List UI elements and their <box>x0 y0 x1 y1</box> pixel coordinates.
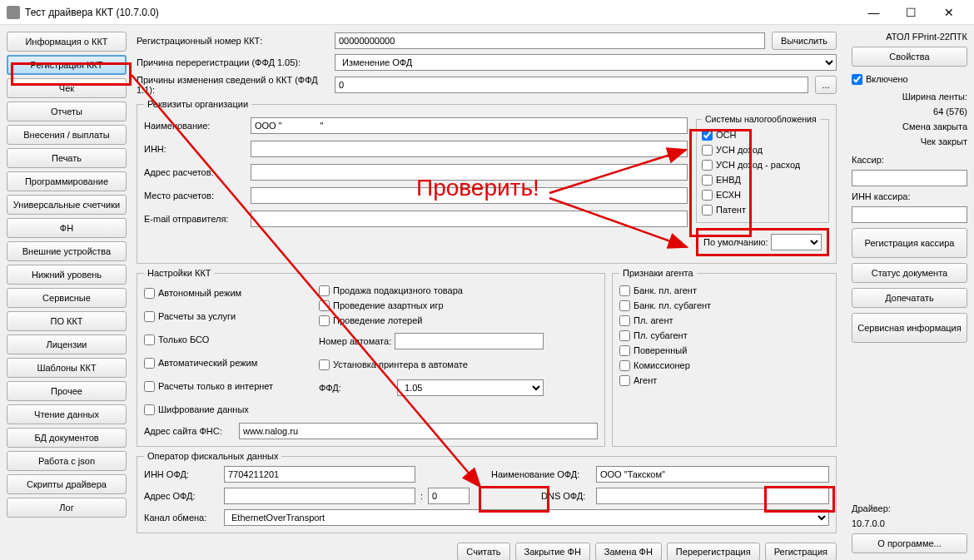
ofd-name-label: Наименование ОФД: <box>491 469 591 479</box>
calculate-button[interactable]: Вычислить <box>772 32 837 50</box>
default-tax-select[interactable] <box>771 234 822 250</box>
props-button[interactable]: Свойства <box>852 47 967 67</box>
kkt2-check-1[interactable] <box>319 300 330 311</box>
about-button[interactable]: О программе... <box>852 533 967 553</box>
kkt1-check-2[interactable] <box>144 335 155 345</box>
kkt1-label-0: Автономный режим <box>158 288 241 298</box>
ofd-fieldset: Оператор фискальных данных ИНН ОФД: Наим… <box>137 451 837 533</box>
agent-label-1: Банк. пл. субагент <box>634 300 711 310</box>
fns-input[interactable] <box>239 423 598 439</box>
ofd-addr-input[interactable] <box>224 488 415 504</box>
ffd-label: ФФД: <box>319 383 394 393</box>
kkt1-label-1: Расчеты за услуги <box>158 311 236 321</box>
close-button[interactable]: ✕ <box>930 1 967 24</box>
ofd-dns-input[interactable] <box>596 488 829 504</box>
kkt1-check-5[interactable] <box>144 404 155 415</box>
nav-Печать[interactable]: Печать <box>7 148 127 168</box>
reasons11-input[interactable] <box>335 77 808 93</box>
nav-Программирование[interactable]: Программирование <box>7 171 127 191</box>
nav-Информация о ККТ[interactable]: Информация о ККТ <box>7 32 127 52</box>
nav-ФН[interactable]: ФН <box>7 218 127 238</box>
tax-check-2[interactable] <box>702 160 713 171</box>
nav-Чтение данных[interactable]: Чтение данных <box>7 404 127 424</box>
enabled-checkbox[interactable] <box>852 74 862 85</box>
kkt2-check-2[interactable] <box>319 315 330 326</box>
org-inn-label: ИНН: <box>144 144 244 154</box>
ffd-select[interactable]: 1.05 <box>397 379 544 396</box>
auto-num-input[interactable] <box>395 333 544 349</box>
agent-check-4[interactable] <box>619 345 630 356</box>
agent-check-0[interactable] <box>619 285 630 296</box>
agent-check-6[interactable] <box>619 375 630 386</box>
default-tax-box: По умолчанию: <box>696 228 829 256</box>
close-fn-button[interactable]: Закрытие ФН <box>515 543 590 560</box>
reg-cashier-button[interactable]: Регистрация кассира <box>852 228 967 258</box>
ofd-chan-label: Канал обмена: <box>144 513 219 523</box>
agent-check-1[interactable] <box>619 300 630 311</box>
kkt1-check-4[interactable] <box>144 381 155 392</box>
nav-Работа с json[interactable]: Работа с json <box>7 451 127 471</box>
agent-check-5[interactable] <box>619 360 630 371</box>
ofd-name-input[interactable] <box>596 466 829 483</box>
nav-Лицензии[interactable]: Лицензии <box>7 335 127 354</box>
nav-Регистрация ККТ[interactable]: Регистрация ККТ <box>7 55 127 75</box>
read-button[interactable]: Считать <box>457 543 509 560</box>
printer-auto-checkbox[interactable] <box>319 359 330 370</box>
cashier-inn-input[interactable] <box>852 206 967 223</box>
reprint-button[interactable]: Допечатать <box>852 288 967 308</box>
org-place-label: Место расчетов: <box>144 191 244 201</box>
org-name-input[interactable] <box>251 117 688 134</box>
nav-Универсальные счетчики[interactable]: Универсальные счетчики <box>7 195 127 215</box>
minimize-button[interactable]: — <box>855 1 892 24</box>
agent-label-5: Комиссионер <box>634 360 690 370</box>
kkt2-check-0[interactable] <box>319 285 330 296</box>
org-inn-input[interactable] <box>251 141 688 157</box>
nav-Внесения / выплаты[interactable]: Внесения / выплаты <box>7 125 127 145</box>
nav-Скрипты драйвера[interactable]: Скрипты драйвера <box>7 474 127 494</box>
agent-label-4: Поверенный <box>634 345 687 355</box>
reg-button[interactable]: Регистрация <box>765 543 837 560</box>
rereg-button[interactable]: Перерегистрация <box>667 543 760 560</box>
nav-Чек[interactable]: Чек <box>7 78 127 98</box>
nav-Нижний уровень[interactable]: Нижний уровень <box>7 265 127 285</box>
ofd-inn-input[interactable] <box>224 466 415 483</box>
nav-Отчеты[interactable]: Отчеты <box>7 102 127 121</box>
ofd-port-input[interactable] <box>428 488 470 504</box>
org-email-input[interactable] <box>251 211 688 227</box>
tax-check-1[interactable] <box>702 145 713 156</box>
title-bar: Тест драйвера ККТ (10.7.0.0) — ☐ ✕ <box>0 0 974 25</box>
maximize-button[interactable]: ☐ <box>892 1 930 24</box>
nav-ПО ККТ[interactable]: ПО ККТ <box>7 311 127 331</box>
replace-fn-button[interactable]: Замена ФН <box>595 543 662 560</box>
cashier-input[interactable] <box>852 170 967 186</box>
tax-check-4[interactable] <box>702 190 713 201</box>
agent-check-2[interactable] <box>619 315 630 326</box>
tax-check-3[interactable] <box>702 175 713 186</box>
tax-check-0[interactable] <box>702 130 713 141</box>
org-place-input[interactable] <box>251 187 688 204</box>
service-info-button[interactable]: Сервисная информация <box>852 313 967 343</box>
nav-Сервисные[interactable]: Сервисные <box>7 288 127 308</box>
kkt1-check-3[interactable] <box>144 358 155 369</box>
doc-status-button[interactable]: Статус документа <box>852 263 967 283</box>
agent-fieldset: Признаки агента Банк. пл. агентБанк. пл.… <box>612 268 837 447</box>
right-panel: АТОЛ FPrint-22ПТК Свойства Включено Шири… <box>845 25 974 560</box>
nav-БД документов[interactable]: БД документов <box>7 428 127 448</box>
kkt1-check-0[interactable] <box>144 288 155 299</box>
nav-Внешние устройства[interactable]: Внешние устройства <box>7 241 127 261</box>
org-fieldset: Реквизиты организации Наименование: ИНН:… <box>137 99 837 264</box>
reasons11-browse-button[interactable]: ... <box>815 76 837 94</box>
shift-status: Смена закрыта <box>852 121 967 131</box>
ofd-chan-select[interactable]: EthernetOverTransport <box>224 509 829 526</box>
reg-num-input[interactable] <box>335 32 765 49</box>
org-addr-input[interactable] <box>251 164 688 181</box>
org-addr-label: Адрес расчетов: <box>144 167 244 177</box>
ofd-inn-label: ИНН ОФД: <box>144 469 219 479</box>
nav-Прочее[interactable]: Прочее <box>7 381 127 401</box>
agent-check-3[interactable] <box>619 330 630 341</box>
nav-Лог[interactable]: Лог <box>7 498 127 518</box>
reason-select[interactable]: Изменение ОФД <box>335 54 837 71</box>
nav-Шаблоны ККТ[interactable]: Шаблоны ККТ <box>7 358 127 378</box>
tax-check-5[interactable] <box>702 205 713 216</box>
kkt1-check-1[interactable] <box>144 311 155 322</box>
